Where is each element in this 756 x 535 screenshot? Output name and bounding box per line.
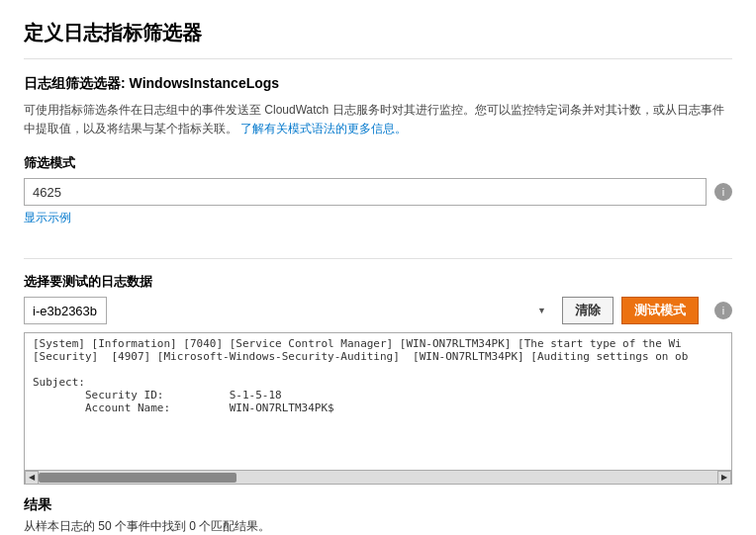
clear-button[interactable]: 清除: [562, 297, 614, 324]
scroll-thumb[interactable]: [39, 473, 236, 483]
results-label: 结果: [24, 496, 732, 514]
page-title: 定义日志指标筛选器: [24, 20, 732, 59]
show-example-link[interactable]: 显示示例: [24, 210, 71, 226]
log-line-4: Subject:: [33, 376, 85, 389]
log-instance-select[interactable]: i-e3b2363b: [24, 297, 107, 324]
page-container: 定义日志指标筛选器 日志组筛选选器: WindowsInstanceLogs 可…: [0, 0, 756, 535]
log-line-1: [System] [Information] [7040] [Service C…: [33, 337, 682, 350]
horizontal-scrollbar[interactable]: ◀ ▶: [24, 471, 732, 485]
select-log-data-label: 选择要测试的日志数据: [24, 273, 732, 291]
select-row: i-e3b2363b 清除 测试模式 i: [24, 297, 732, 324]
scroll-right-arrow[interactable]: ▶: [717, 471, 731, 485]
select-log-data-section: 选择要测试的日志数据 i-e3b2363b 清除 测试模式 i [System]…: [24, 258, 732, 485]
test-mode-button[interactable]: 测试模式: [621, 297, 699, 324]
results-section: 结果 从样本日志的 50 个事件中找到 0 个匹配结果。: [24, 496, 732, 535]
log-line-2: [Security] [4907] [Microsoft-Windows-Sec…: [33, 350, 688, 363]
description-link[interactable]: 了解有关模式语法的更多信息。: [240, 122, 407, 135]
log-group-label: 日志组筛选选器: WindowsInstanceLogs: [24, 75, 732, 93]
filter-pattern-input[interactable]: [24, 178, 707, 206]
scroll-left-arrow[interactable]: ◀: [25, 471, 39, 485]
results-text: 从样本日志的 50 个事件中找到 0 个匹配结果。: [24, 518, 732, 535]
filter-pattern-row: i: [24, 178, 732, 206]
scroll-track[interactable]: [39, 471, 717, 485]
log-instance-select-wrapper: i-e3b2363b: [24, 297, 554, 324]
log-line-5: Security ID: S-1-5-18: [33, 389, 282, 401]
description-text: 可使用指标筛选条件在日志组中的事件发送至 CloudWatch 日志服务时对其进…: [24, 101, 732, 138]
log-data-info-icon[interactable]: i: [714, 302, 732, 319]
log-line-6: Account Name: WIN-ON7RLTM34PK$: [33, 401, 334, 414]
filter-pattern-label: 筛选模式: [24, 154, 732, 172]
log-data-area[interactable]: [System] [Information] [7040] [Service C…: [24, 332, 732, 471]
filter-pattern-info-icon[interactable]: i: [714, 183, 732, 201]
